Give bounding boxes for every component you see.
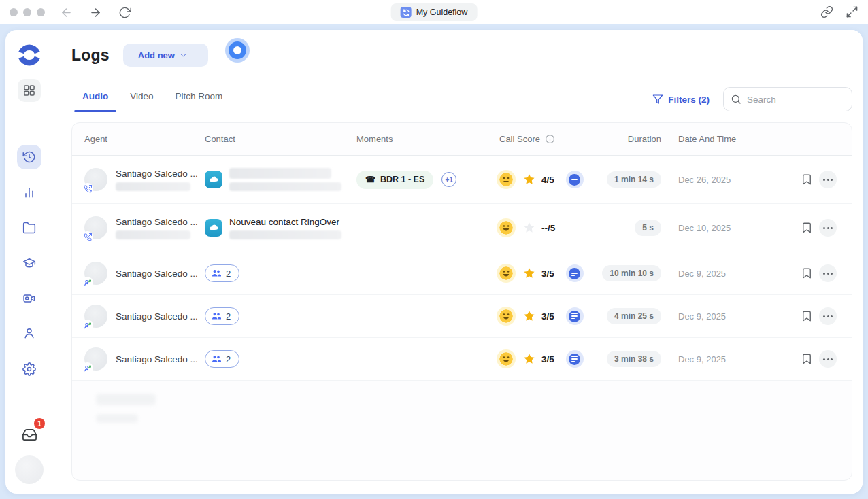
col-call-score: Call Score [499, 134, 540, 144]
more-moments-chip[interactable]: +1 [441, 172, 456, 187]
more-actions-icon[interactable] [819, 171, 837, 188]
duration-badge: 1 min 14 s [607, 171, 661, 188]
forward-icon[interactable] [89, 6, 102, 19]
imported-call-icon [82, 362, 93, 374]
agent-avatar [84, 216, 107, 239]
star-icon [523, 310, 535, 322]
redacted-text [229, 168, 331, 179]
call-score-value: 3/5 [541, 269, 554, 279]
tab-video[interactable]: Video [119, 87, 164, 111]
col-agent: Agent [84, 134, 205, 144]
duration-badge: 3 min 38 s [607, 351, 661, 367]
happy-emoji-icon [499, 221, 513, 235]
table-row[interactable]: Santiago Salcedo ... ☎ [72, 156, 852, 204]
redacted-text [229, 182, 341, 191]
contact-group-chip[interactable]: 2 [205, 264, 239, 282]
search-input[interactable] [747, 94, 845, 105]
contact-group-chip[interactable]: 2 [205, 350, 239, 368]
bookmark-icon[interactable] [799, 171, 815, 188]
people-icon [212, 311, 221, 321]
contact-group-chip[interactable]: 2 [205, 307, 239, 325]
bar-chart-icon[interactable] [17, 180, 41, 205]
window-dot[interactable] [23, 8, 31, 16]
add-new-button[interactable]: Add new [123, 44, 208, 67]
transcript-icon[interactable] [566, 171, 584, 188]
browser-tab[interactable]: My Guideflow [391, 3, 478, 21]
col-date: Date And Time [661, 134, 794, 144]
window-dot[interactable] [37, 8, 45, 16]
agent-avatar [84, 305, 107, 328]
gear-icon[interactable] [17, 357, 41, 381]
user-avatar[interactable] [15, 455, 44, 484]
window-dot[interactable] [10, 8, 18, 16]
user-icon[interactable] [17, 321, 41, 345]
group-count: 2 [226, 269, 231, 279]
table-header: Agent Contact Moments Call Score Duratio… [72, 123, 852, 156]
info-icon[interactable] [545, 134, 555, 144]
duration-badge: 10 min 10 s [602, 265, 661, 281]
call-score-value: 4/5 [541, 175, 554, 185]
happy-emoji-icon [499, 309, 513, 323]
folder-icon[interactable] [17, 216, 41, 240]
date-time: Dec 26, 2025 [661, 175, 794, 185]
tab-title: My Guideflow [416, 7, 468, 17]
table-row[interactable]: Santiago Salcedo ... Nouveau contact Rin… [72, 204, 852, 252]
video-camera-icon[interactable] [17, 286, 41, 311]
search-box[interactable] [723, 87, 852, 111]
outgoing-call-icon [82, 231, 93, 243]
bookmark-icon[interactable] [799, 351, 815, 367]
reload-icon[interactable] [118, 6, 131, 19]
redacted-text [229, 230, 341, 239]
more-actions-icon[interactable] [819, 350, 837, 368]
agent-avatar [84, 347, 107, 371]
group-count: 2 [226, 311, 231, 322]
back-icon[interactable] [60, 6, 73, 19]
transcript-icon[interactable] [566, 350, 584, 368]
date-time: Dec 9, 2025 [661, 354, 794, 364]
bookmark-icon[interactable] [799, 265, 815, 281]
grid-dashboard-icon[interactable] [18, 79, 41, 102]
transcript-icon[interactable] [566, 307, 584, 325]
app-logo[interactable] [18, 44, 41, 67]
bookmark-icon[interactable] [799, 220, 815, 236]
date-time: Dec 10, 2025 [661, 223, 794, 233]
filters-button[interactable]: Filters (2) [652, 94, 710, 105]
people-icon [212, 269, 221, 278]
redacted-text [96, 394, 156, 405]
group-count: 2 [226, 354, 231, 364]
tab-pitch-room[interactable]: Pitch Room [165, 87, 234, 111]
happy-emoji-icon [499, 266, 513, 280]
imported-call-icon [82, 277, 93, 288]
moment-chip[interactable]: ☎ BDR 1 - ES [356, 171, 433, 189]
more-actions-icon[interactable] [819, 307, 837, 325]
more-actions-icon[interactable] [819, 219, 837, 237]
redacted-text [116, 230, 190, 239]
agent-name: Santiago Salcedo ... [116, 169, 198, 179]
filter-funnel-icon [652, 94, 663, 105]
star-icon [523, 267, 535, 279]
bookmark-icon[interactable] [799, 308, 815, 324]
more-actions-icon[interactable] [819, 264, 837, 282]
col-contact: Contact [205, 134, 356, 144]
inbox-icon[interactable]: 1 [17, 422, 41, 447]
happy-emoji-icon [499, 352, 513, 366]
agent-name: Santiago Salcedo ... [116, 354, 198, 364]
agent-avatar [84, 168, 107, 191]
expand-icon[interactable] [846, 5, 858, 18]
history-icon[interactable] [17, 145, 41, 169]
share-link-icon[interactable] [820, 5, 833, 18]
window-controls[interactable] [10, 8, 45, 16]
col-moments: Moments [356, 134, 499, 144]
people-icon [212, 354, 221, 364]
duration-badge: 5 s [635, 220, 661, 236]
table-row[interactable]: Santiago Salcedo ... 2 3/5 4 min 25 s [72, 295, 852, 338]
tab-audio[interactable]: Audio [71, 87, 119, 111]
search-icon [731, 94, 741, 105]
inbox-badge: 1 [34, 418, 45, 429]
graduation-cap-icon[interactable] [17, 251, 41, 275]
transcript-icon[interactable] [566, 264, 584, 282]
table-row[interactable]: Santiago Salcedo ... 2 3/5 10 min 10 [72, 252, 852, 295]
table-row[interactable]: Santiago Salcedo ... 2 3/5 3 min 38 s [72, 338, 852, 381]
date-time: Dec 9, 2025 [661, 311, 794, 322]
app-window: 1 Logs Add new Audio Video Pitch Room Fi… [5, 30, 863, 494]
